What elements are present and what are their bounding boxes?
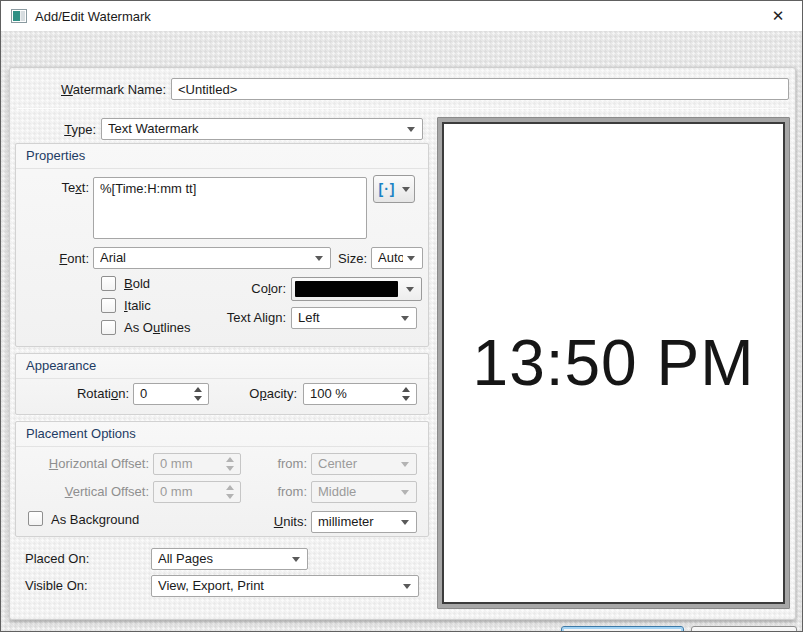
rotation-spinner[interactable]: 0 [133, 383, 209, 405]
chevron-down-icon [401, 316, 409, 321]
spin-up-icon [226, 485, 234, 490]
visible-on-value: View, Export, Print [158, 576, 399, 596]
chevron-down-icon [292, 557, 300, 562]
insert-macro-button[interactable]: [·] [373, 175, 415, 203]
font-select[interactable]: Arial [93, 247, 331, 269]
as-outlines-label[interactable]: As Outlines [124, 320, 191, 336]
dialog-background: Watermark Name: Type: Text Watermark 13:… [1, 31, 802, 632]
size-label: Size: [331, 248, 367, 270]
chevron-down-icon [407, 127, 415, 132]
chevron-down-icon [402, 187, 410, 192]
color-select[interactable] [291, 277, 422, 301]
vertical-from-value: Middle [318, 482, 397, 502]
chevron-down-icon [407, 256, 415, 261]
spin-down-icon [226, 466, 234, 471]
chevron-down-icon [401, 520, 409, 525]
watermark-text-input[interactable]: %[Time:H:mm tt] [93, 177, 367, 239]
preview-page: 13:50 PM [442, 122, 785, 604]
rotation-spin-buttons[interactable] [190, 387, 208, 401]
units-label: Units: [267, 511, 307, 533]
close-icon[interactable]: ✕ [764, 4, 792, 28]
as-background-label[interactable]: As Background [51, 512, 139, 528]
macro-icon: [·] [379, 181, 396, 197]
horizontal-offset-spin-buttons [222, 457, 240, 471]
preview-pane: 13:50 PM [437, 117, 790, 609]
bold-checkbox[interactable] [101, 276, 116, 291]
rotation-label: Rotation: [25, 383, 129, 405]
text-align-value: Left [298, 308, 397, 328]
horizontal-from-select: Center [311, 453, 417, 475]
titlebar: Add/Edit Watermark ✕ [1, 1, 802, 31]
vertical-offset-label: Vertical Offset: [25, 481, 149, 503]
watermark-name-label: Watermark Name: [21, 79, 166, 101]
vertical-from-label: from: [271, 481, 307, 503]
units-select[interactable]: millimeter [311, 511, 417, 533]
placement-options-header: Placement Options [16, 422, 428, 447]
font-value: Arial [100, 248, 311, 268]
chevron-down-icon [401, 490, 409, 495]
chevron-down-icon [406, 287, 414, 292]
appearance-header: Appearance [16, 354, 428, 379]
spin-up-icon [226, 457, 234, 462]
watermark-name-input-wrap [171, 78, 789, 100]
watermark-preview-text: 13:50 PM [473, 326, 755, 400]
opacity-label: Opacity: [211, 383, 297, 405]
italic-checkbox[interactable] [101, 298, 116, 313]
chevron-down-icon [403, 584, 411, 589]
type-select[interactable]: Text Watermark [101, 118, 423, 140]
type-value: Text Watermark [108, 119, 403, 139]
bold-label[interactable]: Bold [124, 276, 150, 292]
window-title: Add/Edit Watermark [35, 9, 151, 24]
as-background-checkbox[interactable] [28, 511, 43, 526]
add-edit-watermark-dialog: Add/Edit Watermark ✕ Watermark Name: Typ… [0, 0, 803, 632]
spin-down-icon [194, 396, 202, 401]
vertical-from-select: Middle [311, 481, 417, 503]
watermark-name-input[interactable] [172, 79, 788, 99]
cancel-button[interactable]: Cancel [691, 626, 797, 632]
horizontal-offset-spinner: 0 mm [153, 453, 241, 475]
vertical-offset-value: 0 mm [160, 482, 222, 502]
chevron-down-icon [315, 256, 323, 261]
properties-header: Properties [16, 144, 428, 169]
size-select[interactable]: Auto [371, 247, 423, 269]
opacity-value: 100 % [310, 384, 398, 404]
text-align-label: Text Align: [186, 307, 286, 329]
spin-up-icon [402, 387, 410, 392]
opacity-spin-buttons[interactable] [398, 387, 416, 401]
horizontal-from-value: Center [318, 454, 397, 474]
chevron-down-icon [401, 462, 409, 467]
color-label: Color: [186, 278, 286, 300]
vertical-offset-spin-buttons [222, 485, 240, 499]
text-align-select[interactable]: Left [291, 307, 417, 329]
color-swatch [295, 281, 398, 297]
spin-down-icon [402, 396, 410, 401]
rotation-value: 0 [140, 384, 190, 404]
placed-on-value: All Pages [158, 549, 288, 569]
text-label: Text: [25, 177, 89, 199]
placed-on-select[interactable]: All Pages [151, 548, 308, 570]
size-value: Auto [378, 248, 403, 268]
as-outlines-checkbox[interactable] [101, 320, 116, 335]
horizontal-from-label: from: [271, 453, 307, 475]
italic-label[interactable]: Italic [124, 298, 151, 314]
visible-on-select[interactable]: View, Export, Print [151, 575, 419, 597]
placed-on-label: Placed On: [25, 548, 89, 570]
spin-up-icon [194, 387, 202, 392]
vertical-offset-spinner: 0 mm [153, 481, 241, 503]
type-label: Type: [21, 119, 96, 141]
opacity-spinner[interactable]: 100 % [303, 383, 417, 405]
spin-down-icon [226, 494, 234, 499]
ok-button[interactable]: OK [561, 626, 684, 632]
dialog-icon [11, 8, 27, 24]
units-value: millimeter [318, 512, 397, 532]
font-label: Font: [25, 248, 89, 270]
visible-on-label: Visible On: [25, 575, 88, 597]
horizontal-offset-label: Horizontal Offset: [25, 453, 149, 475]
horizontal-offset-value: 0 mm [160, 454, 222, 474]
name-separator [17, 108, 788, 109]
